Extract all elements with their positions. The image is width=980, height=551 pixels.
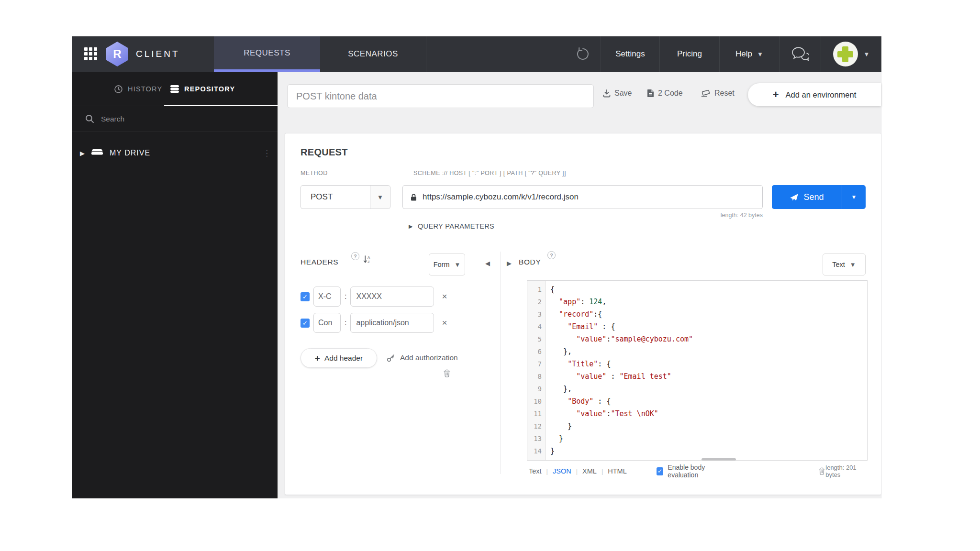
save-icon bbox=[603, 89, 611, 98]
brand-area: R CLIENT bbox=[72, 36, 180, 72]
chevron-down-icon: ▼ bbox=[864, 51, 870, 58]
reset-button[interactable]: Reset bbox=[701, 89, 735, 98]
body-help-icon[interactable]: ? bbox=[547, 251, 556, 259]
save-button[interactable]: Save bbox=[603, 89, 632, 98]
method-select[interactable]: POST ▼ bbox=[301, 185, 390, 209]
sync-button[interactable] bbox=[565, 36, 601, 72]
pricing-button[interactable]: Pricing bbox=[659, 36, 719, 72]
search-input[interactable] bbox=[101, 115, 245, 123]
add-authorization-button[interactable]: Add authorization bbox=[387, 353, 458, 362]
url-input[interactable] bbox=[423, 192, 762, 202]
sidebar-item-my-drive[interactable]: ▶ MY DRIVE ⋮ bbox=[72, 143, 278, 163]
body-editor[interactable]: 1234567891011121314 { "app": 124, "recor… bbox=[527, 280, 868, 461]
sort-az-icon[interactable]: AZ bbox=[363, 255, 372, 266]
add-header-button[interactable]: + Add header bbox=[301, 348, 377, 368]
header-enabled-checkbox[interactable]: ✓ bbox=[301, 292, 310, 301]
app-logo[interactable]: R bbox=[106, 42, 128, 66]
expand-caret-icon: ▶ bbox=[409, 223, 413, 230]
editor-scrollbar[interactable] bbox=[702, 458, 736, 461]
chevron-down-icon[interactable]: ▼ bbox=[370, 186, 390, 209]
column-divider bbox=[500, 252, 501, 474]
body-title: BODY bbox=[519, 258, 541, 266]
method-label: METHOD bbox=[301, 170, 328, 176]
code-line: "Email" : { bbox=[550, 320, 867, 333]
header-name-input[interactable] bbox=[313, 287, 341, 307]
drive-icon bbox=[91, 149, 103, 157]
eraser-icon bbox=[701, 89, 711, 97]
chat-icon bbox=[791, 46, 809, 62]
settings-button[interactable]: Settings bbox=[601, 36, 659, 72]
avatar bbox=[833, 42, 858, 66]
top-navbar: R CLIENT REQUESTS SCENARIOS Settings Pri… bbox=[72, 36, 881, 72]
chevron-down-icon: ▼ bbox=[850, 261, 856, 268]
tab-requests[interactable]: REQUESTS bbox=[214, 36, 320, 72]
clear-body-button[interactable] bbox=[818, 467, 825, 475]
tab-history[interactable]: HISTORY bbox=[114, 72, 162, 106]
code-button[interactable]: 2 Code bbox=[647, 89, 683, 98]
body-bottom-bar: Text|JSON|XML|HTML ✓ Enable body evaluat… bbox=[529, 465, 867, 477]
header-value-input[interactable] bbox=[350, 313, 434, 333]
query-parameters-toggle[interactable]: ▶ QUERY PARAMETERS bbox=[409, 222, 494, 230]
expand-caret-icon[interactable]: ▶ bbox=[80, 150, 85, 157]
code-line: } bbox=[550, 445, 867, 457]
body-length: length: 201 bytes bbox=[825, 464, 867, 478]
add-environment-button[interactable]: + Add an environment bbox=[748, 83, 881, 106]
enable-body-evaluation[interactable]: ✓ Enable body evaluation bbox=[657, 463, 728, 479]
lock-icon bbox=[411, 193, 417, 201]
collapse-headers-icon[interactable]: ◀ bbox=[485, 260, 490, 267]
remove-header-icon[interactable]: × bbox=[442, 318, 447, 328]
code-line: } bbox=[550, 432, 867, 445]
code-line: "Title": { bbox=[550, 358, 867, 370]
account-menu[interactable]: ▼ bbox=[821, 36, 881, 72]
scheme-label: SCHEME :// HOST [ ":" PORT ] [ PATH [ "?… bbox=[413, 170, 566, 176]
code-line: "Body" : { bbox=[550, 395, 867, 408]
request-card: REQUEST METHOD SCHEME :// HOST [ ":" POR… bbox=[285, 133, 881, 495]
collapse-body-icon[interactable]: ▶ bbox=[507, 260, 512, 267]
chevron-down-icon: ▼ bbox=[757, 51, 763, 58]
code-line: } bbox=[550, 420, 867, 432]
header-row: ✓:× bbox=[301, 287, 447, 307]
header-row: ✓:× bbox=[301, 313, 447, 333]
format-text[interactable]: Text bbox=[529, 467, 542, 475]
remove-header-icon[interactable]: × bbox=[442, 291, 447, 302]
history-clock-icon bbox=[114, 85, 123, 94]
logo-letter: R bbox=[113, 47, 121, 61]
tab-scenarios[interactable]: SCENARIOS bbox=[320, 36, 426, 72]
sync-icon bbox=[576, 47, 590, 61]
main-panel: Save 2 Code Reset + Add an environment R… bbox=[278, 72, 881, 498]
checkbox-checked-icon[interactable]: ✓ bbox=[657, 467, 664, 475]
format-html[interactable]: HTML bbox=[608, 467, 626, 475]
chevron-down-icon: ▼ bbox=[454, 261, 460, 268]
editor-line-numbers: 1234567891011121314 bbox=[527, 281, 546, 460]
format-links: Text|JSON|XML|HTML bbox=[529, 467, 627, 475]
apps-grid-icon[interactable] bbox=[84, 47, 98, 61]
method-value: POST bbox=[301, 192, 370, 202]
more-options-icon[interactable]: ⋮ bbox=[263, 148, 271, 158]
headers-help-icon[interactable]: ? bbox=[351, 252, 359, 260]
tab-repository[interactable]: REPOSITORY bbox=[170, 72, 235, 106]
document-icon bbox=[647, 89, 654, 98]
format-xml[interactable]: XML bbox=[582, 467, 597, 475]
feedback-button[interactable] bbox=[779, 36, 821, 72]
headers-view-mode-select[interactable]: Form ▼ bbox=[429, 253, 465, 276]
code-line: }, bbox=[550, 345, 867, 358]
section-title-request: REQUEST bbox=[301, 147, 348, 158]
help-menu[interactable]: Help ▼ bbox=[719, 36, 779, 72]
send-button[interactable]: Send ▼ bbox=[772, 185, 866, 209]
header-enabled-checkbox[interactable]: ✓ bbox=[301, 319, 310, 328]
database-icon bbox=[170, 85, 179, 93]
code-line: }, bbox=[550, 383, 867, 395]
url-field bbox=[402, 185, 763, 209]
search-icon bbox=[85, 114, 94, 123]
format-json[interactable]: JSON bbox=[553, 467, 571, 475]
header-value-input[interactable] bbox=[350, 287, 434, 307]
editor-code[interactable]: { "app": 124, "record":{ "Email" : { "va… bbox=[546, 281, 867, 460]
header-name-input[interactable] bbox=[313, 313, 341, 333]
delete-headers-button[interactable] bbox=[443, 369, 451, 380]
url-length: length: 42 bytes bbox=[649, 212, 763, 219]
headers-title: HEADERS bbox=[301, 258, 338, 266]
body-view-mode-select[interactable]: Text ▼ bbox=[823, 253, 866, 276]
send-options-caret[interactable]: ▼ bbox=[842, 185, 866, 209]
request-title-input[interactable] bbox=[287, 84, 594, 108]
header-rows: ✓:×✓:× bbox=[301, 287, 447, 339]
